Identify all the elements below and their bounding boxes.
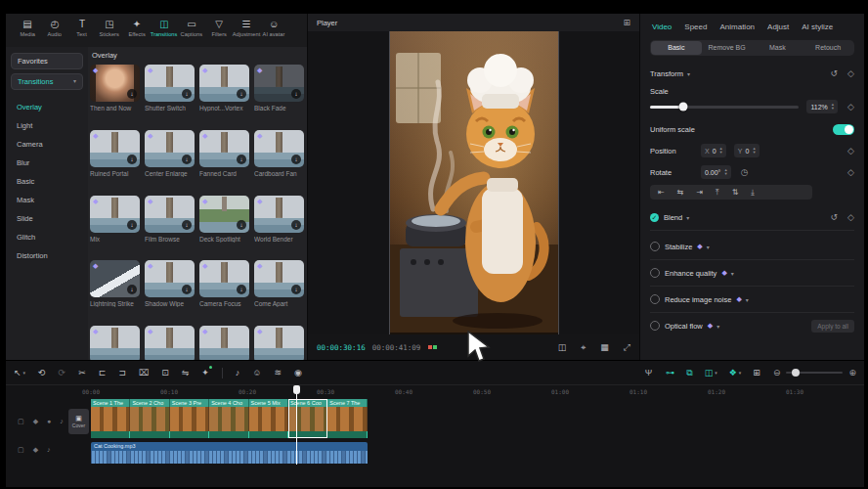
transition-item[interactable]: ◆ ↓ Black Fade [254, 65, 304, 130]
preview-mirror-icon[interactable]: ⊞ [753, 368, 760, 378]
category-item[interactable]: Glitch [6, 228, 88, 246]
video-clip[interactable]: Scene 1 The [91, 399, 130, 438]
delete-icon[interactable]: ⌧ [139, 368, 149, 378]
auto-captions-icon[interactable]: ❖ ▾ [729, 368, 742, 378]
download-icon[interactable]: ↓ [291, 89, 301, 99]
category-item[interactable]: Basic [6, 172, 88, 191]
align-center-h-icon[interactable]: ⇆ [677, 188, 684, 197]
cover-button[interactable]: ▣ Cover [68, 409, 89, 434]
download-icon[interactable]: ↓ [182, 220, 192, 230]
snap-icon[interactable]: ⊶ [666, 368, 674, 378]
download-icon[interactable]: ↓ [291, 155, 301, 164]
download-icon[interactable]: ↓ [237, 285, 246, 294]
transition-item[interactable]: ◆ [199, 326, 249, 360]
mixer-icon[interactable]: ≋ [275, 368, 282, 378]
keyframe-icon[interactable]: ◇ [847, 102, 854, 111]
effects-icon[interactable]: ✦ Effects [123, 19, 151, 37]
undo-icon[interactable]: ⟲ [38, 368, 46, 378]
position-y-field[interactable]: Y 0 ▴▾ [734, 144, 760, 157]
transition-item[interactable]: ◆ ↓ Shadow Wipe [145, 260, 195, 326]
audio-clip-title[interactable]: Cat Cooking.mp3 [91, 442, 368, 451]
captions-icon[interactable]: ▭ Captions [178, 19, 205, 37]
inspector-subtab[interactable]: Basic [651, 41, 702, 55]
chevron-down-icon[interactable]: ▾ [686, 214, 689, 221]
chevron-down-icon[interactable]: ▾ [687, 70, 690, 77]
transitions-dropdown[interactable]: Transitions ▾ [11, 73, 83, 90]
zoom-out-icon[interactable]: ⊖ [773, 368, 781, 378]
download-icon[interactable]: ↓ [182, 285, 192, 294]
voice-icon[interactable]: ☺ [252, 368, 261, 378]
split-icon[interactable]: ✂ [78, 368, 86, 378]
keyframe-icon[interactable]: ◇ [847, 167, 854, 177]
download-icon[interactable]: ↓ [127, 220, 137, 230]
transition-item[interactable]: ◆ ↓ Center Enlarge [145, 130, 195, 196]
transition-item[interactable]: ◆ ↓ Shutter Switch [145, 65, 195, 130]
transition-item[interactable]: ◆ ↓ Fanned Card [199, 130, 249, 196]
transition-item[interactable]: ◆ ↓ Film Browse [145, 196, 195, 261]
redo-icon[interactable]: ⟳ [59, 368, 66, 378]
mirror-icon[interactable]: ⇋ [182, 368, 190, 378]
relocate-icon[interactable]: ⌖ [581, 342, 586, 353]
mute-icon[interactable]: ♪ [47, 446, 51, 454]
align-right-icon[interactable]: ⇥ [696, 188, 703, 197]
playhead-handle[interactable] [293, 385, 300, 394]
trim-right-icon[interactable]: ⊐ [118, 368, 126, 378]
track-options-icon[interactable]: ▢ [18, 418, 24, 425]
transition-item[interactable]: ◆ [254, 326, 304, 360]
stepper-arrows[interactable]: ▴▾ [720, 147, 722, 155]
transition-item[interactable]: ◆ ↓ Mix [90, 196, 140, 261]
category-item[interactable]: Slide [6, 209, 88, 228]
position-x-field[interactable]: X 0 ▴▾ [701, 144, 726, 157]
transition-item[interactable]: ◆ ↓ Ruined Portal [90, 130, 140, 196]
keyframe-icon[interactable]: ◇ [847, 146, 854, 156]
trim-left-icon[interactable]: ⊏ [99, 368, 107, 378]
align-middle-icon[interactable]: ⇅ [732, 188, 739, 197]
download-icon[interactable]: ↓ [291, 220, 301, 230]
stepper-arrows[interactable]: ▴▾ [832, 103, 834, 111]
mute-icon[interactable]: ♪ [60, 418, 64, 425]
transition-item[interactable]: ◆ ↓ World Bender [254, 196, 304, 261]
category-item[interactable]: Distortion [6, 246, 88, 265]
reset-icon[interactable]: ↺ [831, 68, 839, 78]
inspector-subtab[interactable]: Mask [753, 41, 803, 55]
transition-item[interactable]: ◆ ↓ Deck Spotlight [199, 196, 249, 261]
record-icon[interactable]: ◉ [294, 368, 302, 378]
ai-avatar-icon[interactable]: ☺ AI avatar [260, 19, 287, 37]
transition-item[interactable]: ◆ ↓ Camera Focus [199, 260, 249, 326]
video-preview[interactable] [389, 31, 559, 334]
category-item[interactable]: Overlay [6, 98, 88, 116]
crop-icon[interactable]: ⊡ [161, 368, 169, 378]
feature-checkbox[interactable] [650, 321, 660, 331]
audio-waveform[interactable] [91, 451, 368, 464]
timeline-ruler[interactable]: 00:0000:1000:2000:3000:4000:5001:0001:10… [6, 384, 864, 399]
stepper-arrows[interactable]: ▴▾ [753, 147, 755, 155]
category-item[interactable]: Blur [6, 154, 88, 172]
download-icon[interactable]: ↓ [127, 89, 137, 99]
download-icon[interactable]: ↓ [182, 89, 192, 99]
adjustment-icon[interactable]: ☰ Adjustment [233, 19, 260, 37]
category-item[interactable]: Light [6, 116, 88, 135]
ratio-icon[interactable]: ◫ [558, 342, 567, 353]
chevron-down-icon[interactable]: ▾ [731, 270, 734, 277]
inspector-tab[interactable]: Adjust [767, 22, 789, 31]
chevron-down-icon[interactable]: ▾ [746, 296, 749, 303]
category-item[interactable]: Camera [6, 135, 88, 154]
rotate-value-field[interactable]: 0.00° ▴▾ [701, 165, 731, 179]
microphone-icon[interactable]: Ψ [645, 368, 653, 378]
align-top-icon[interactable]: ⤒ [716, 188, 719, 198]
transition-item[interactable]: ◆ ↓ Cardboard Fan [254, 130, 304, 196]
video-clip[interactable]: Scene 4 Cho [209, 399, 248, 438]
feature-checkbox[interactable] [650, 242, 660, 251]
transitions-icon[interactable]: ◫ Transitions [151, 19, 178, 37]
inspector-tab[interactable]: Animation [719, 22, 755, 31]
blend-checkbox[interactable]: ✓ [650, 213, 659, 222]
lock-icon[interactable]: ◆ [33, 446, 38, 454]
chevron-down-icon[interactable]: ▾ [707, 244, 710, 250]
transition-item[interactable]: ◆ [90, 326, 140, 360]
uniform-scale-toggle[interactable] [833, 124, 854, 135]
inspector-tab[interactable]: Video [652, 22, 672, 31]
video-clip[interactable]: Scene 7 The [327, 399, 367, 438]
preview-axis-icon[interactable]: ◫ ▾ [705, 368, 717, 378]
preview-quality-icon[interactable] [428, 345, 437, 349]
text-icon[interactable]: T Text [68, 19, 96, 37]
